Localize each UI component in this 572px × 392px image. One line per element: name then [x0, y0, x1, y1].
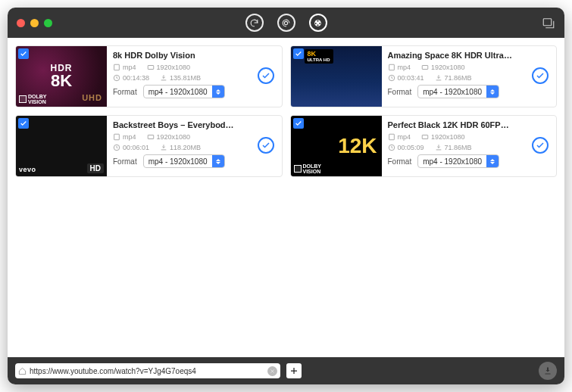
resolution-icon: [421, 64, 429, 71]
format-select[interactable]: mp4 - 1920x1080: [143, 154, 225, 168]
format-label: Format: [113, 157, 137, 166]
svg-rect-8: [148, 66, 154, 70]
resolution-icon: [147, 64, 155, 71]
video-thumbnail[interactable]: 8KULTRA HD: [291, 46, 382, 107]
add-url-button[interactable]: [286, 363, 302, 378]
clock-icon: [113, 74, 120, 82]
clock-icon: [388, 74, 395, 82]
select-arrow-icon: [486, 155, 499, 167]
select-arrow-icon: [212, 86, 224, 98]
video-card: HDR8KUHDDOLBYVISION 8k HDR Dolby Vision …: [15, 45, 283, 107]
format-select[interactable]: mp4 - 1920x1080: [417, 154, 499, 168]
download-size-icon: [160, 144, 167, 151]
format-label: Format: [388, 157, 412, 166]
video-card: DOLBYVISION12K Perfect Black 12K HDR 60F…: [290, 115, 558, 177]
file-icon: [113, 133, 120, 141]
clock-icon: [388, 144, 395, 151]
titlebar: [8, 8, 564, 38]
clock-icon: [113, 144, 120, 151]
svg-point-3: [315, 23, 317, 24]
svg-rect-6: [543, 19, 552, 26]
download-size-icon: [435, 144, 442, 151]
video-thumbnail[interactable]: HDvevo: [16, 116, 107, 176]
format-label: Format: [113, 88, 137, 96]
duration-label: 00:06:01: [113, 144, 149, 151]
video-title: Perfect Black 12K HDR 60FP…: [388, 120, 551, 129]
status-check-icon[interactable]: [532, 67, 549, 84]
maximize-button[interactable]: [44, 19, 52, 27]
status-check-icon[interactable]: [258, 137, 274, 154]
size-label: 71.86MB: [435, 74, 472, 82]
convert-icon[interactable]: [277, 14, 295, 32]
url-input[interactable]: https://www.youtube.com/watch?v=YJg4G7oe…: [30, 367, 264, 375]
resolution-icon: [421, 133, 429, 141]
video-title: Amazing Space 8K HDR Ultra…: [388, 51, 551, 60]
file-icon: [388, 133, 395, 141]
video-title: 8k HDR Dolby Vision: [113, 51, 276, 60]
svg-rect-16: [389, 134, 394, 140]
video-card: 8KULTRA HD Amazing Space 8K HDR Ultra… m…: [290, 45, 558, 107]
selected-check-icon[interactable]: [18, 118, 29, 129]
svg-rect-11: [422, 66, 428, 70]
video-title: Backstreet Boys – Everybod…: [113, 120, 276, 129]
home-icon: [18, 367, 27, 375]
select-arrow-icon: [486, 86, 499, 98]
resolution-label: 1920x1080: [147, 64, 191, 71]
select-arrow-icon: [212, 155, 224, 167]
refresh-icon[interactable]: [245, 14, 264, 32]
status-check-icon[interactable]: [532, 137, 549, 154]
format-select[interactable]: mp4 - 1920x1080: [417, 85, 499, 98]
file-icon: [113, 64, 120, 71]
container-label: mp4: [388, 133, 411, 141]
svg-rect-10: [389, 64, 394, 70]
format-select[interactable]: mp4 - 1920x1080: [143, 85, 225, 98]
svg-rect-19: [545, 374, 551, 375]
svg-point-2: [317, 20, 319, 21]
close-button[interactable]: [17, 19, 25, 27]
video-card: HDvevo Backstreet Boys – Everybod… mp4 1…: [15, 115, 283, 177]
duration-label: 00:14:38: [113, 74, 149, 82]
resolution-label: 1920x1080: [421, 64, 465, 71]
film-icon[interactable]: [309, 14, 327, 32]
container-label: mp4: [113, 133, 136, 141]
svg-rect-14: [148, 135, 154, 139]
footer-bar: https://www.youtube.com/watch?v=YJg4G7oe…: [8, 357, 564, 384]
duration-label: 00:05:09: [388, 144, 424, 151]
resolution-label: 1920x1080: [147, 133, 191, 141]
size-label: 71.86MB: [435, 144, 472, 151]
clear-url-button[interactable]: [267, 366, 277, 376]
video-thumbnail[interactable]: HDR8KUHDDOLBYVISION: [16, 46, 107, 107]
svg-rect-13: [114, 134, 120, 140]
status-check-icon[interactable]: [258, 67, 274, 84]
svg-rect-7: [114, 64, 120, 70]
video-thumbnail[interactable]: DOLBYVISION12K: [291, 116, 382, 176]
download-size-icon: [160, 74, 167, 82]
svg-point-4: [319, 23, 320, 24]
playlist-icon[interactable]: [542, 16, 555, 30]
url-input-box[interactable]: https://www.youtube.com/watch?v=YJg4G7oe…: [15, 363, 280, 378]
download-size-icon: [435, 74, 442, 82]
format-label: Format: [388, 88, 412, 96]
app-window: HDR8KUHDDOLBYVISION 8k HDR Dolby Vision …: [8, 8, 564, 384]
size-label: 118.20MB: [160, 144, 201, 151]
file-icon: [388, 64, 395, 71]
download-button[interactable]: [539, 362, 557, 380]
container-label: mp4: [388, 64, 411, 71]
content-area: HDR8KUHDDOLBYVISION 8k HDR Dolby Vision …: [8, 38, 564, 357]
resolution-label: 1920x1080: [421, 133, 465, 141]
window-controls: [8, 19, 52, 27]
mode-switcher: [245, 14, 327, 32]
resolution-icon: [147, 133, 155, 141]
selected-check-icon[interactable]: [293, 48, 304, 59]
svg-point-5: [317, 24, 319, 26]
svg-rect-17: [422, 135, 428, 139]
svg-point-0: [284, 21, 287, 24]
size-label: 135.81MB: [160, 74, 201, 82]
minimize-button[interactable]: [30, 19, 39, 27]
container-label: mp4: [113, 64, 136, 71]
selected-check-icon[interactable]: [18, 48, 29, 59]
selected-check-icon[interactable]: [293, 118, 304, 129]
duration-label: 00:03:41: [388, 74, 424, 82]
